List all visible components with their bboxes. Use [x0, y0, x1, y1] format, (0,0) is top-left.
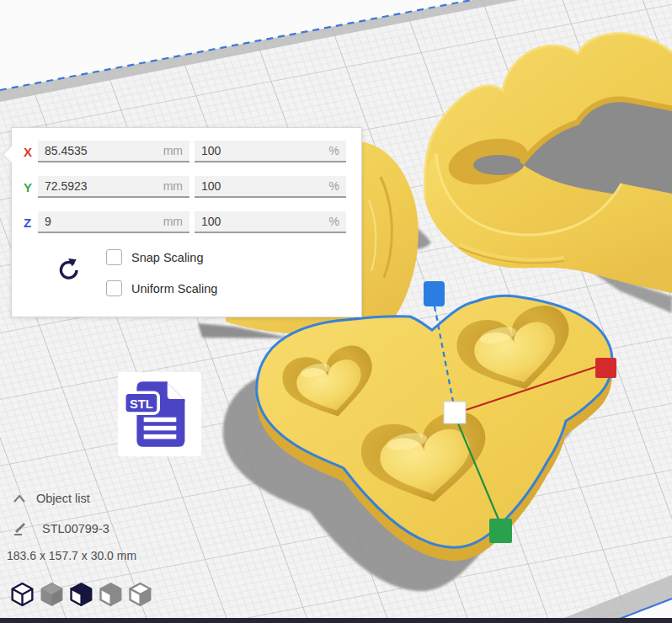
cube-top-face-icon [129, 583, 152, 606]
view-top-button[interactable] [70, 583, 93, 606]
center-scale-handle[interactable] [444, 402, 466, 423]
x-percent-input[interactable]: 100% [195, 141, 346, 162]
snap-scaling-option: Snap Scaling [106, 249, 203, 265]
bottom-status-bar [0, 618, 672, 623]
cube-wireframe-icon [11, 583, 34, 606]
stl-label: STL [130, 397, 153, 411]
x-axis-label: X [24, 145, 38, 159]
stl-file-icon[interactable]: STL [118, 372, 201, 456]
x-scale-handle[interactable] [595, 358, 616, 378]
object-list-title: Object list [36, 492, 90, 505]
cube-face-highlight-icon [70, 583, 93, 606]
view-3d-button[interactable] [11, 583, 34, 606]
stl-document-icon: STL [121, 375, 199, 454]
scale-tool-panel: X 85.4535mm 100% Y 72.5923mm 100% Z 9mm … [11, 127, 362, 317]
cube-solid-icon [40, 583, 63, 606]
z-axis-label: Z [24, 216, 38, 230]
z-mm-input[interactable]: 9mm [38, 211, 189, 233]
y-scale-handle[interactable] [489, 519, 512, 543]
uniform-scaling-checkbox[interactable] [106, 280, 122, 296]
chevron-up-icon [13, 495, 25, 503]
object-name: STL00799-3 [42, 522, 109, 535]
model-dimensions: 183.6 x 157.7 x 30.0 mm [7, 549, 136, 562]
reset-rotate-ccw-icon [56, 256, 83, 285]
view-left-button[interactable] [99, 583, 122, 606]
scale-row-z: Z 9mm 100% [24, 210, 361, 234]
application-window: X 85.4535mm 100% Y 72.5923mm 100% Z 9mm … [0, 0, 672, 623]
reset-scale-button[interactable] [56, 256, 83, 285]
uniform-scaling-option: Uniform Scaling [106, 280, 217, 296]
uniform-scaling-label: Uniform Scaling [131, 282, 217, 296]
object-list-header[interactable]: Object list [13, 492, 90, 505]
view-preset-toolbar [11, 583, 152, 606]
y-mm-input[interactable]: 72.5923mm [38, 176, 189, 198]
y-percent-input[interactable]: 100% [195, 176, 346, 198]
x-mm-input[interactable]: 85.4535mm [38, 141, 189, 162]
pencil-icon [13, 521, 28, 536]
snap-scaling-checkbox[interactable] [106, 249, 122, 265]
z-scale-handle[interactable] [424, 281, 445, 306]
view-front-button[interactable] [40, 583, 63, 606]
cube-left-face-icon [99, 583, 122, 606]
scale-row-y: Y 72.5923mm 100% [24, 175, 361, 199]
view-right-button[interactable] [129, 583, 152, 606]
snap-scaling-label: Snap Scaling [131, 251, 203, 264]
y-axis-label: Y [24, 180, 38, 194]
scale-row-x: X 85.4535mm 100% [24, 140, 361, 163]
object-list-item[interactable]: STL00799-3 [13, 521, 109, 536]
z-percent-input[interactable]: 100% [195, 211, 346, 233]
